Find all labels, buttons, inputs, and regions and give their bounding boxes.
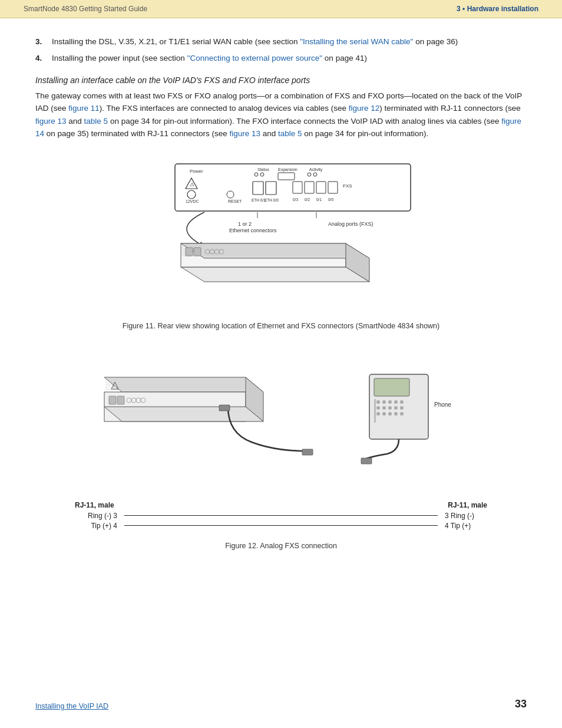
svg-point-88 (400, 412, 404, 416)
svg-rect-64 (117, 396, 124, 404)
wire-left-tip: Tip (+) 4 (75, 522, 122, 530)
svg-text:Ethernet connectors: Ethernet connectors (229, 228, 277, 233)
svg-text:0/3: 0/3 (293, 197, 298, 202)
svg-point-82 (394, 406, 398, 410)
footer: Installing the VoIP IAD 33 (0, 692, 562, 716)
svg-text:Phone: Phone (434, 401, 451, 408)
svg-rect-63 (109, 396, 116, 404)
body-para-fxs-fxo: The gateway comes with at least two FXS … (35, 90, 527, 140)
figure12-caption: Figure 12. Analog FXS connection (35, 542, 527, 550)
svg-text:ETH 0/1: ETH 0/1 (252, 198, 266, 202)
link-figure13b[interactable]: figure 13 (229, 129, 260, 138)
wire-row-tip: Tip (+) 4 4 Tip (+) (75, 522, 487, 530)
figure12-diagram: ! (81, 342, 481, 489)
svg-text:12VDC: 12VDC (186, 199, 199, 203)
wire-line-tip (124, 525, 438, 526)
link-figure13a[interactable]: figure 13 (35, 117, 67, 126)
footer-page-num: 33 (515, 698, 527, 710)
svg-text:Analog ports (FXS): Analog ports (FXS) (328, 221, 373, 227)
link-table5a[interactable]: table 5 (84, 117, 108, 126)
wire-right-title: RJ-11, male (448, 501, 487, 509)
wire-row-ring: Ring (-) 3 3 Ring (-) (75, 512, 487, 520)
svg-text:Power: Power (190, 169, 203, 174)
svg-text:0/2: 0/2 (305, 197, 310, 202)
footer-section-link[interactable]: Installing the VoIP IAD (35, 702, 108, 710)
svg-rect-89 (374, 399, 376, 423)
svg-text:⚠: ⚠ (190, 182, 194, 187)
svg-point-80 (382, 406, 386, 410)
svg-point-79 (376, 406, 380, 410)
link-serial-wan[interactable]: "Installing the serial WAN cable" (300, 37, 413, 46)
svg-text:1 or 2: 1 or 2 (238, 221, 252, 227)
svg-text:!: ! (113, 384, 114, 388)
svg-rect-41 (186, 248, 193, 256)
link-figure12[interactable]: figure 12 (349, 104, 380, 113)
list-num-4: 4. (35, 52, 52, 64)
svg-text:RESET: RESET (228, 199, 242, 203)
link-figure11[interactable]: figure 11 (68, 104, 100, 113)
svg-rect-91 (302, 449, 313, 455)
link-table5b[interactable]: table 5 (278, 129, 302, 138)
svg-point-81 (388, 406, 392, 410)
main-content: 3. Installing the DSL, V.35, X.21, or T1… (0, 18, 562, 585)
svg-text:FXS: FXS (343, 183, 352, 189)
svg-point-75 (382, 400, 386, 404)
list-item-3: 3. Installing the DSL, V.35, X.21, or T1… (35, 36, 527, 48)
svg-text:ETH 0/0: ETH 0/0 (265, 198, 279, 202)
link-power-source[interactable]: "Connecting to external power source" (187, 54, 322, 62)
wire-diagram: RJ-11, male RJ-11, male Ring (-) 3 3 Rin… (75, 501, 487, 530)
figure11-container: Power ⚠ 12VDC Status Expansion Activity … (35, 152, 527, 330)
svg-point-87 (394, 412, 398, 416)
wire-left-title: RJ-11, male (75, 501, 114, 509)
svg-rect-42 (194, 248, 201, 256)
header-chapter: 3 • Hardware installation (457, 5, 538, 13)
header-bar: SmartNode 4830 Getting Started Guide 3 •… (0, 0, 562, 18)
figure11-diagram: Power ⚠ 12VDC Status Expansion Activity … (98, 152, 464, 317)
figure11-caption: Figure 11. Rear view showing location of… (35, 322, 527, 330)
list-text-4: Installing the power input (see section … (52, 52, 527, 64)
svg-rect-92 (361, 458, 372, 464)
svg-marker-55 (104, 407, 263, 421)
svg-point-83 (400, 406, 404, 410)
wire-right-ring: 3 Ring (-) (440, 512, 487, 520)
svg-point-74 (376, 400, 380, 404)
figure12-container: ! (35, 342, 527, 550)
list-item-4: 4. Installing the power input (see secti… (35, 52, 527, 64)
svg-point-78 (400, 400, 404, 404)
svg-text:0/1: 0/1 (316, 197, 322, 202)
svg-point-77 (394, 400, 398, 404)
list-text-3: Installing the DSL, V.35, X.21, or T1/E1… (52, 36, 527, 48)
svg-point-85 (382, 412, 386, 416)
svg-point-84 (376, 412, 380, 416)
svg-rect-71 (219, 405, 230, 411)
svg-point-86 (388, 412, 392, 416)
wire-labels-top: RJ-11, male RJ-11, male (75, 501, 487, 509)
wire-line-ring (124, 515, 438, 516)
svg-point-76 (388, 400, 392, 404)
svg-text:0/0: 0/0 (328, 197, 333, 202)
svg-text:Expansion: Expansion (278, 167, 297, 172)
wire-right-tip: 4 Tip (+) (440, 522, 487, 530)
svg-rect-73 (374, 378, 409, 396)
header-guide-title: SmartNode 4830 Getting Started Guide (24, 5, 147, 13)
list-num-3: 3. (35, 36, 52, 48)
section-heading-fxs-fxo: Installing an interface cable on the VoI… (35, 75, 527, 85)
svg-text:Activity: Activity (309, 167, 323, 172)
svg-text:Status: Status (257, 167, 269, 172)
svg-marker-30 (181, 267, 369, 282)
wire-left-ring: Ring (-) 3 (75, 512, 122, 520)
